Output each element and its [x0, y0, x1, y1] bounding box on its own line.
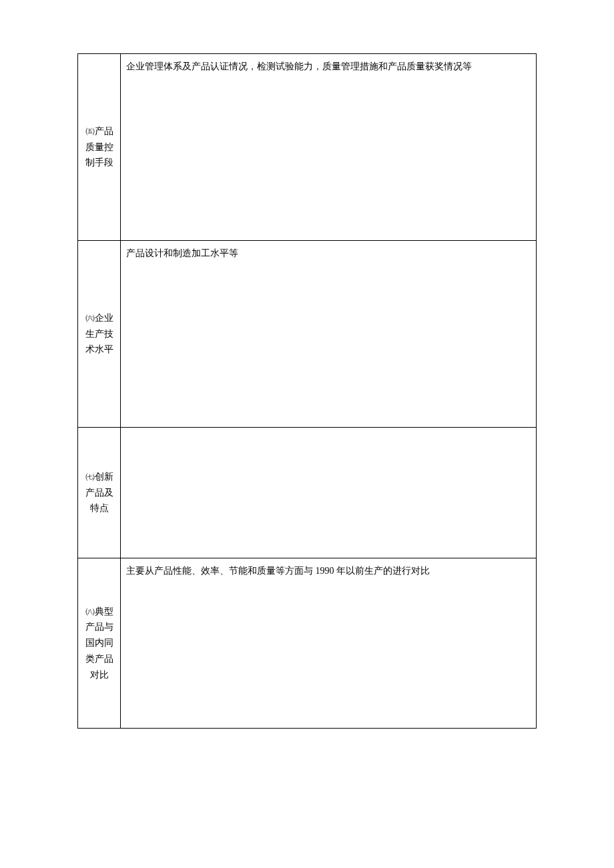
row-label: ㈤产品质量控制手段 [82, 123, 116, 171]
row-label-cell: ㈧典型产品与国内同类产品对比 [78, 558, 121, 728]
row-content-cell: 主要从产品性能、效率、节能和质量等方面与 1990 年以前生产的进行对比 [121, 558, 536, 728]
row-label-cell: ㈤产品质量控制手段 [78, 54, 121, 240]
row-label-cell: ㈥企业生产技术水平 [78, 241, 121, 427]
table-row: ㈥企业生产技术水平 产品设计和制造加工水平等 [78, 241, 536, 428]
row-label: ㈦创新产品及特点 [82, 469, 116, 516]
row-label-cell: ㈦创新产品及特点 [78, 428, 121, 558]
row-content: 产品设计和制造加工水平等 [126, 248, 238, 258]
table-row: ㈦创新产品及特点 [78, 428, 536, 558]
form-table: ㈤产品质量控制手段 企业管理体系及产品认证情况，检测试验能力，质量管理措施和产品… [77, 53, 537, 729]
row-content: 企业管理体系及产品认证情况，检测试验能力，质量管理措施和产品质量获奖情况等 [126, 61, 472, 71]
table-row: ㈤产品质量控制手段 企业管理体系及产品认证情况，检测试验能力，质量管理措施和产品… [78, 54, 536, 241]
table-row: ㈧典型产品与国内同类产品对比 主要从产品性能、效率、节能和质量等方面与 1990… [78, 558, 536, 728]
row-content: 主要从产品性能、效率、节能和质量等方面与 1990 年以前生产的进行对比 [126, 566, 430, 576]
row-content-cell [121, 428, 536, 558]
row-label: ㈧典型产品与国内同类产品对比 [82, 604, 116, 683]
row-label: ㈥企业生产技术水平 [82, 310, 116, 358]
row-content-cell: 产品设计和制造加工水平等 [121, 241, 536, 427]
row-content-cell: 企业管理体系及产品认证情况，检测试验能力，质量管理措施和产品质量获奖情况等 [121, 54, 536, 240]
